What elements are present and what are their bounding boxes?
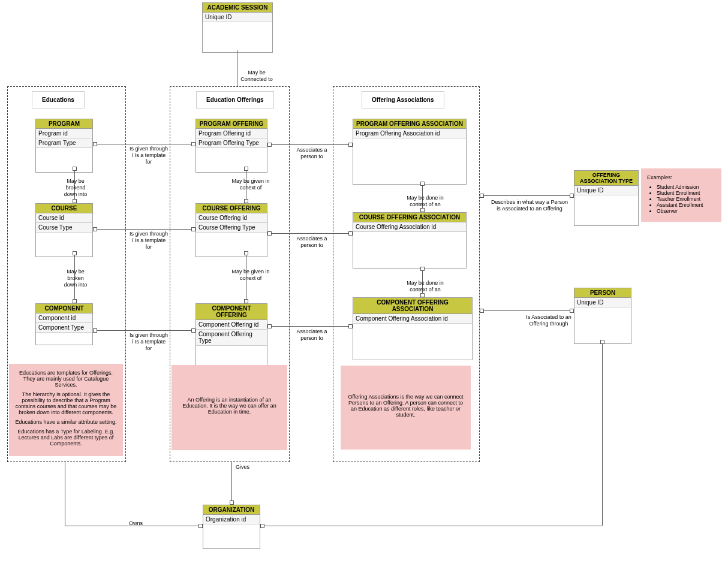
connector-endpoint <box>600 340 604 344</box>
connector-endpoint <box>191 227 195 231</box>
entity-attr: Program id <box>36 129 92 138</box>
entity-attr: Course Offering id <box>196 213 267 223</box>
connector-endpoint <box>244 299 248 303</box>
connector-line <box>65 462 65 526</box>
entity-header: PROGRAM OFFERING ASSOCIATION <box>353 119 466 129</box>
entity-header: COMPONENT <box>36 304 92 313</box>
connector-endpoint <box>244 199 248 203</box>
entity-program: PROGRAM Program id Program Type <box>35 119 93 173</box>
note-associations: Offering Associations is the way we can … <box>341 366 471 450</box>
entity-header: PROGRAM OFFERING <box>196 119 267 129</box>
connector-label: May be given inconext of <box>227 178 274 191</box>
connector-label: Associates aperson to <box>294 328 329 342</box>
connector-label: Is Associated to anOffering through <box>522 314 576 327</box>
connector-label: Is given through/ Is a templatefor <box>128 332 170 351</box>
entity-attr: Course Type <box>36 223 92 233</box>
connector-endpoint <box>191 328 195 333</box>
connector-endpoint <box>420 293 425 297</box>
entity-attr: Component Offering Association id <box>353 314 472 324</box>
entity-attr: Course id <box>36 213 92 223</box>
entity-attr: Course Offering Type <box>196 223 267 233</box>
entity-header: PROGRAM <box>36 119 92 129</box>
entity-attr: Unique ID <box>574 186 638 195</box>
connector-line <box>480 195 574 196</box>
entity-organization: ORGANIZATION Organization id <box>203 505 260 549</box>
connector-endpoint <box>570 309 574 313</box>
connector-endpoint <box>230 500 234 505</box>
entity-attr: Program Type <box>36 138 92 148</box>
connector-endpoint <box>267 324 272 328</box>
connector-endpoint <box>191 142 195 146</box>
connector-endpoint <box>93 142 97 146</box>
connector-line <box>93 144 195 144</box>
entity-attr: Unique ID <box>574 298 631 307</box>
connector-endpoint <box>480 309 484 313</box>
connector-endpoint <box>198 524 203 528</box>
entity-header: ACADEMIC SESSION <box>203 3 272 13</box>
connector-label: May be done incontext of an <box>404 195 447 208</box>
entity-header: ORGANIZATION <box>203 505 260 515</box>
connector-endpoint <box>420 208 425 212</box>
connector-endpoint <box>348 143 353 147</box>
connector-endpoint <box>420 267 425 271</box>
entity-component-offering-assoc: COMPONENT OFFERING ASSOCIATION Component… <box>353 297 473 360</box>
connector-label: Is given through/ Is a templatefor <box>128 231 170 250</box>
connector-label: May bebrokendown into <box>62 269 89 288</box>
entity-attr: Unique ID <box>203 13 272 22</box>
entity-component-offering: COMPONENT OFFERING Component Offering id… <box>195 303 267 370</box>
group-educations-label: Educations <box>32 91 85 108</box>
note-educations: Educations are templates for Offerings. … <box>9 364 123 456</box>
entity-course-offering: COURSE OFFERING Course Offering id Cours… <box>195 203 267 257</box>
entity-header: COMPONENT OFFERING <box>196 304 267 320</box>
entity-attr: Course Offering Association id <box>353 222 466 232</box>
entity-offering-assoc-type: OFFERING ASSOCIATION TYPE Unique ID <box>574 170 639 226</box>
entity-attr: Program Offering id <box>196 129 267 138</box>
connector-endpoint <box>244 167 248 171</box>
entity-attr: Component Type <box>36 323 92 333</box>
connector-line <box>237 50 237 86</box>
connector-line <box>480 310 574 311</box>
entity-course-offering-assoc: COURSE OFFERING ASSOCIATION Course Offer… <box>353 212 467 269</box>
connector-line <box>93 229 195 230</box>
connector-label: May be given inconext of <box>227 269 274 282</box>
connector-line <box>267 233 353 234</box>
entity-header: COMPONENT OFFERING ASSOCIATION <box>353 298 472 314</box>
group-associations-label: Offering Associations <box>362 91 444 108</box>
connector-endpoint <box>244 251 248 255</box>
connector-line <box>267 326 353 327</box>
connector-endpoint <box>267 231 272 236</box>
entity-header: COURSE OFFERING <box>196 204 267 213</box>
entity-attr: Component id <box>36 313 92 323</box>
connector-endpoint <box>260 524 264 528</box>
connector-endpoint <box>93 227 97 231</box>
entity-program-offering-assoc: PROGRAM OFFERING ASSOCIATION Program Off… <box>353 119 467 185</box>
entity-attr: Component Offering id <box>196 320 267 330</box>
note-examples: Examples: Student Admission Student Enro… <box>641 168 721 222</box>
connector-endpoint <box>348 324 353 328</box>
connector-endpoint <box>348 231 353 236</box>
connector-label: Describes in what way a Personis Associa… <box>491 199 568 212</box>
connector-endpoint <box>73 251 77 255</box>
connector-label: Associates aperson to <box>294 147 329 160</box>
connector-line <box>231 462 232 505</box>
entity-program-offering: PROGRAM OFFERING Program Offering id Pro… <box>195 119 267 173</box>
connector-line <box>267 144 353 145</box>
entity-attr: Organization id <box>203 515 260 524</box>
connector-label: May beConnected to <box>239 70 275 83</box>
entity-component: COMPONENT Component id Component Type <box>35 303 93 345</box>
connector-endpoint <box>570 194 574 198</box>
group-offerings-label: Education Offerings <box>196 91 274 108</box>
connector-line <box>260 526 602 526</box>
entity-header: COURSE OFFERING ASSOCIATION <box>353 213 466 222</box>
entity-header: OFFERING ASSOCIATION TYPE <box>574 171 638 186</box>
connector-endpoint <box>73 199 77 203</box>
entity-header: COURSE <box>36 204 92 213</box>
note-offerings: An Offering is an instantiation of an Ed… <box>172 365 287 450</box>
connector-label: Owns <box>129 520 143 527</box>
entity-header: PERSON <box>574 288 631 298</box>
entity-academic-session: ACADEMIC SESSION Unique ID <box>202 2 273 53</box>
connector-label: Is given through/ Is a templatefor <box>128 146 170 165</box>
connector-label: Associates aperson to <box>294 236 329 249</box>
connector-endpoint <box>267 143 272 147</box>
connector-endpoint <box>480 194 484 198</box>
